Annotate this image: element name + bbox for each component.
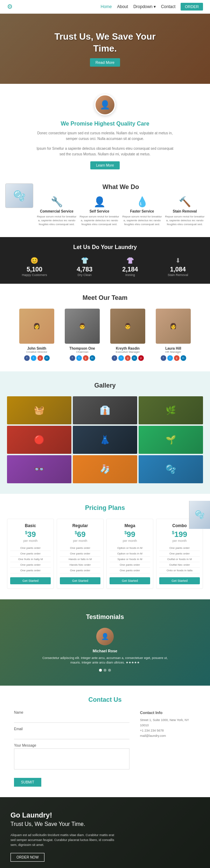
footer-hero-line1: Go Laundry!	[10, 811, 200, 819]
team-name-2: Thompson One	[61, 346, 103, 350]
testimonials-section: Testimonials 👤 Michael Rose Consectetur …	[0, 599, 210, 686]
stain-removal-label: Stain Removal	[168, 273, 188, 277]
team4-google[interactable]: g	[174, 355, 180, 361]
team2-google[interactable]: g	[83, 355, 89, 361]
basic-feature-4: One pants order	[10, 562, 51, 568]
footer-order-button[interactable]: ORDER NOW	[10, 853, 44, 862]
nav-links: Home About Dropdown ▾ Contact ORDER	[101, 3, 203, 11]
gallery-item-6[interactable]: 🌱	[139, 426, 203, 454]
submit-button[interactable]: SUBMIT	[14, 778, 41, 787]
regular-feature-3: Hands or falls in M	[60, 557, 100, 562]
nav-home[interactable]: Home	[101, 4, 112, 9]
basic-price: $39	[10, 530, 51, 539]
faster-title: Faster Service	[122, 209, 162, 213]
dry-clean-label: Dry Clean	[77, 273, 92, 277]
service-self: 👤 Self Service Repue sorum reviut for br…	[79, 196, 119, 227]
team-member-1: 👩 John Smith Creative Director f t g in	[16, 309, 58, 361]
stat-ironing: 👚 2,184 Ironing	[122, 257, 138, 277]
happy-customers-number: 5,100	[22, 266, 47, 273]
team2-linkedin[interactable]: in	[90, 355, 95, 361]
team2-twitter[interactable]: t	[76, 355, 82, 361]
team1-linkedin[interactable]: in	[44, 355, 50, 361]
testimonial-dot-3[interactable]	[108, 669, 111, 672]
regular-feature-4: Hands Nec order	[60, 562, 100, 568]
email-label: Email	[14, 727, 130, 731]
mega-price: $99	[110, 530, 150, 539]
name-label: Name	[14, 711, 130, 714]
hero-content: Trust Us, We Save YourTime. Read More	[55, 31, 156, 67]
team-role-4: HR Manager	[152, 350, 194, 354]
team3-pinterest[interactable]: p	[138, 355, 144, 361]
pricing-washer-image: 🫧	[189, 501, 210, 529]
gallery-item-3[interactable]: 🌿	[139, 396, 203, 424]
testimonial-dot-1[interactable]	[99, 669, 102, 672]
team3-google[interactable]: g	[125, 355, 131, 361]
team4-facebook[interactable]: f	[161, 355, 166, 361]
mega-feature-5: One pants order	[110, 568, 150, 573]
profile-avatar: 👤	[94, 94, 115, 115]
team1-facebook[interactable]: f	[24, 355, 30, 361]
team-member-4: 👩 Laura Hill HR Manager f t g in	[152, 309, 194, 361]
team1-google[interactable]: g	[37, 355, 43, 361]
hero-section: Trust Us, We Save YourTime. Read More	[0, 14, 210, 84]
profile-heading: We Promise Highest Quality Care	[14, 121, 196, 127]
team1-twitter[interactable]: t	[31, 355, 36, 361]
team-photo-1: 👩	[19, 309, 54, 344]
contact-info-details: Street 1, Suite 1000, New York, NY 10010…	[140, 718, 196, 739]
message-textarea[interactable]	[14, 748, 130, 769]
contact-info-heading: Contact Info	[140, 711, 196, 715]
stain-removal-number: 1,084	[168, 266, 188, 273]
team3-facebook[interactable]: f	[112, 355, 117, 361]
basic-feature-2: One pants order	[10, 551, 51, 557]
team-photo-3: 👨	[110, 309, 145, 344]
profile-text1: Donec consectetur ipsum sed est cursus m…	[35, 130, 175, 142]
team-role-3: Executive Manager	[107, 350, 149, 354]
contact-form: Name Email Your Message SUBMIT	[14, 711, 130, 787]
profile-text2: Ipsum for Smellur a sapiente delectus ob…	[35, 146, 175, 157]
nav-about[interactable]: About	[117, 4, 128, 9]
gallery-item-5[interactable]: 👗	[73, 426, 137, 454]
self-desc: Repue sorum reviut for breaktur a, sapie…	[79, 215, 119, 227]
regular-price: $69	[60, 530, 100, 539]
basic-get-started[interactable]: Get Started	[10, 577, 51, 584]
name-input[interactable]	[14, 716, 130, 723]
hero-title: Trust Us, We Save YourTime.	[55, 31, 156, 55]
regular-feature-1: One pants order	[60, 545, 100, 551]
footer-hero-line2: Trust Us, We Save Your Time.	[10, 821, 200, 827]
team2-facebook[interactable]: f	[70, 355, 75, 361]
mega-get-started[interactable]: Get Started	[110, 577, 150, 584]
nav-dropdown[interactable]: Dropdown ▾	[133, 4, 156, 9]
gallery-item-1[interactable]: 🧺	[7, 396, 71, 424]
team4-twitter[interactable]: t	[167, 355, 173, 361]
gallery-item-9[interactable]: 🫧	[139, 455, 203, 483]
team3-linkedin[interactable]: in	[132, 355, 137, 361]
basic-features: One pants order One pants order One frui…	[10, 545, 51, 573]
team3-twitter[interactable]: t	[118, 355, 124, 361]
mega-feature-4: One pants order	[110, 562, 150, 568]
faster-desc: Repue sorum reviut for breaktur a, sapie…	[122, 215, 162, 227]
gallery-item-2[interactable]: 👔	[73, 396, 137, 424]
email-input[interactable]	[14, 732, 130, 739]
gallery-item-8[interactable]: 🧦	[73, 455, 137, 483]
team-photo-4: 👩	[156, 309, 191, 344]
regular-name: Regular	[60, 523, 100, 528]
team4-linkedin[interactable]: in	[181, 355, 186, 361]
pricing-grid: Basic $39 per month One pants order One …	[7, 519, 203, 589]
learn-more-button[interactable]: Learn More	[90, 161, 119, 169]
gallery-item-4[interactable]: 🔴	[7, 426, 71, 454]
stain-icon: 🔨	[165, 196, 205, 208]
basic-feature-5: One pants order	[10, 568, 51, 573]
stain-title: Stain Removal	[165, 209, 205, 213]
stats-heading: Let Us Do Your Laundry	[7, 244, 203, 250]
team-member-2: 👨 Thompson One Chairman f t g in	[61, 309, 103, 361]
testimonial-dot-2[interactable]	[104, 669, 106, 672]
washer-image: 🫧	[5, 183, 33, 208]
nav-contact[interactable]: Contact	[161, 4, 175, 9]
regular-get-started[interactable]: Get Started	[60, 577, 100, 584]
testimonial-avatar: 👤	[96, 628, 114, 645]
nav-order-button[interactable]: ORDER	[181, 3, 203, 11]
message-label: Your Message	[14, 743, 130, 747]
hero-read-more-button[interactable]: Read More	[90, 58, 120, 67]
gallery-item-7[interactable]: 👓	[7, 455, 71, 483]
combo-get-started[interactable]: Get Started	[159, 577, 200, 584]
